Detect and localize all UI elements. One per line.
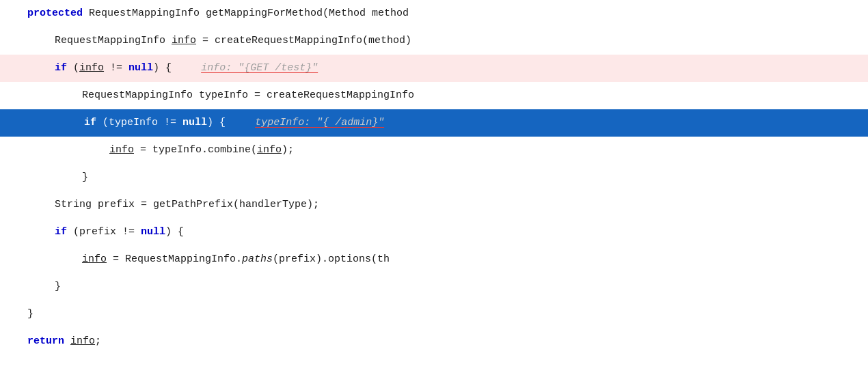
code-line-4: RequestMappingInfo typeInfo = createRequ…: [0, 82, 868, 109]
tooltip-line3: info: "{GET /test}": [189, 60, 318, 77]
code-line-3: if (info != null) { info: "{GET /test}": [0, 55, 868, 82]
code-line-10: info = RequestMappingInfo.paths(prefix).…: [0, 246, 868, 273]
code-line-2: RequestMappingInfo info = createRequestM…: [0, 27, 868, 55]
code-line-11: }: [0, 273, 868, 301]
code-line-12: }: [0, 301, 868, 328]
code-line-13: return info;: [0, 328, 868, 355]
tooltip-line5: typeInfo: "{ /admin}": [243, 115, 384, 131]
code-line-9: if (prefix != null) {: [0, 219, 868, 246]
code-line-5: if (typeInfo != null) { typeInfo: "{ /ad…: [0, 109, 868, 137]
code-line-7: }: [0, 164, 868, 191]
code-line-1: protected RequestMappingInfo getMappingF…: [0, 0, 868, 27]
code-editor: protected RequestMappingInfo getMappingF…: [0, 0, 868, 388]
keyword-protected: protected: [27, 8, 83, 19]
code-line-8: String prefix = getPathPrefix(handlerTyp…: [0, 191, 868, 219]
code-line-6: info = typeInfo.combine(info);: [0, 137, 868, 164]
